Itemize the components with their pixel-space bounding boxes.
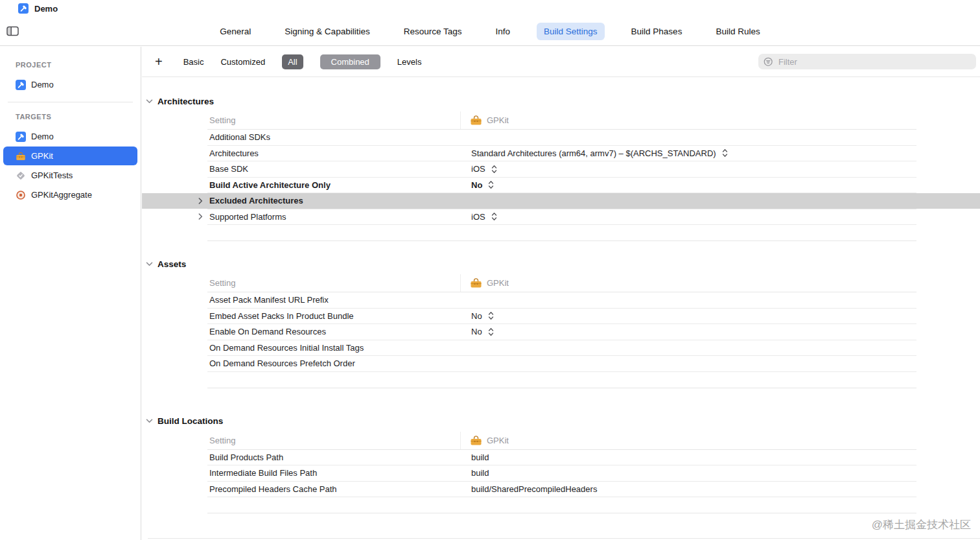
setting-value[interactable]: iOS (460, 212, 916, 222)
settings-row[interactable]: Embed Asset Packs In Product Bundle No (207, 309, 916, 325)
section-build-locations: Build Locations Setting GPKit Build Prod… (142, 414, 980, 514)
setting-name: Enable On Demand Resources (207, 327, 460, 336)
setting-value[interactable]: build (460, 468, 916, 478)
setting-value[interactable]: build (460, 452, 916, 462)
stepper-icon[interactable] (722, 148, 728, 158)
settings-row[interactable]: Asset Pack Manifest URL Prefix (207, 292, 916, 309)
build-settings-toolbar: + Basic Customized All Combined Levels (142, 47, 980, 77)
tab-signing-capabilities[interactable]: Signing & Capabilities (277, 23, 377, 40)
targets-section-header: TARGETS (0, 109, 141, 126)
settings-row[interactable]: Build Products Path build (207, 450, 916, 466)
project-app-icon (16, 80, 26, 90)
scope-all[interactable]: All (282, 54, 303, 69)
sidebar-item-project-demo[interactable]: Demo (3, 75, 137, 94)
setting-name: Additional SDKs (207, 132, 460, 142)
scope-basic[interactable]: Basic (183, 57, 204, 67)
settings-row[interactable]: Build Active Architecture Only No (207, 178, 916, 194)
setting-name: Architectures (207, 148, 460, 158)
stepper-icon[interactable] (488, 327, 494, 336)
table-header-row: Setting GPKit (207, 432, 916, 450)
section-header[interactable]: Assets (146, 257, 980, 271)
settings-row[interactable]: Base SDK iOS (207, 161, 916, 178)
framework-toolbox-icon (470, 435, 482, 446)
add-setting-button[interactable]: + (151, 55, 167, 68)
stepper-icon[interactable] (488, 311, 494, 320)
tab-resource-tags[interactable]: Resource Tags (397, 23, 469, 40)
settings-row-selected[interactable]: Excluded Architectures (207, 193, 916, 209)
test-bundle-icon (16, 170, 26, 181)
tab-build-settings[interactable]: Build Settings (537, 23, 605, 40)
filter-icon (764, 57, 773, 67)
chevron-right-icon[interactable] (198, 213, 203, 220)
chevron-down-icon (146, 99, 153, 104)
stepper-icon[interactable] (491, 165, 497, 174)
settings-row[interactable]: Additional SDKs (207, 130, 916, 146)
settings-row[interactable]: Architectures Standard Architectures (ar… (207, 146, 916, 162)
tab-build-phases[interactable]: Build Phases (624, 23, 690, 40)
tab-info[interactable]: Info (488, 23, 517, 40)
setting-name: Asset Pack Manifest URL Prefix (207, 295, 460, 305)
column-header-target-label: GPKit (487, 278, 509, 288)
setting-name: Precompiled Headers Cache Path (207, 484, 460, 494)
sidebar-item-target-demo[interactable]: Demo (3, 127, 137, 146)
stepper-icon[interactable] (488, 180, 494, 189)
tab-general[interactable]: General (213, 23, 258, 40)
setting-value[interactable]: No (460, 180, 916, 190)
setting-name: Embed Asset Packs In Product Bundle (207, 311, 460, 321)
chevron-right-icon[interactable] (198, 197, 203, 204)
sidebar-item-target-gpkitaggregate[interactable]: GPKitAggregate (3, 185, 137, 204)
column-header-setting: Setting (207, 436, 460, 445)
aggregate-target-icon (16, 190, 26, 200)
filter-input[interactable] (777, 56, 971, 67)
sidebar-item-target-gpkittests[interactable]: GPKitTests (3, 166, 137, 185)
setting-value[interactable]: iOS (460, 164, 916, 174)
section-header[interactable]: Architectures (146, 94, 980, 108)
settings-row[interactable]: Supported Platforms iOS (207, 209, 916, 226)
section-assets: Assets Setting GPKit Asset Pack Manifest… (142, 257, 980, 388)
build-settings-pane: + Basic Customized All Combined Levels A… (142, 47, 980, 540)
app-proxy-icon (18, 3, 29, 14)
section-title: Assets (158, 259, 186, 269)
tab-build-rules[interactable]: Build Rules (708, 23, 767, 40)
framework-toolbox-icon (470, 277, 482, 288)
view-levels[interactable]: Levels (397, 57, 422, 67)
settings-row[interactable]: Precompiled Headers Cache Path build/Sha… (207, 482, 916, 498)
scope-customized[interactable]: Customized (220, 57, 265, 67)
settings-row[interactable]: Enable On Demand Resources No (207, 324, 916, 340)
sidebar-item-label: Demo (31, 132, 54, 141)
setting-name: On Demand Resources Initial Install Tags (207, 343, 460, 353)
table-header-row: Setting GPKit (207, 112, 916, 130)
setting-name: Excluded Architectures (207, 196, 460, 205)
settings-table: Setting GPKit Build Products Path build … (207, 432, 916, 514)
table-footer-line (207, 513, 916, 513)
stepper-icon[interactable] (491, 212, 497, 221)
setting-name: On Demand Resources Prefetch Order (207, 358, 460, 368)
section-header[interactable]: Build Locations (146, 414, 980, 428)
setting-name: Build Products Path (207, 452, 460, 462)
window-titlebar: Demo (0, 0, 980, 17)
settings-row[interactable]: On Demand Resources Prefetch Order (207, 356, 916, 372)
sidebar-toggle-icon[interactable] (6, 26, 19, 38)
setting-value[interactable]: Standard Architectures (arm64, armv7) – … (460, 148, 916, 158)
setting-value[interactable]: build/SharedPrecompiledHeaders (460, 484, 916, 494)
setting-value[interactable]: No (460, 327, 916, 336)
watermark-text: @稀土掘金技术社区 (872, 517, 971, 532)
framework-toolbox-icon (16, 151, 26, 161)
sidebar-item-target-gpkit[interactable]: GPKit (3, 147, 137, 165)
setting-value[interactable]: No (460, 311, 916, 321)
window-title: Demo (34, 4, 58, 14)
settings-row[interactable]: Intermediate Build Files Path build (207, 465, 916, 482)
column-header-target: GPKit (460, 432, 916, 449)
sidebar-item-label: GPKit (31, 151, 53, 161)
sidebar-item-label: Demo (31, 80, 54, 89)
sidebar-item-label: GPKitAggregate (31, 190, 92, 200)
settings-row[interactable]: On Demand Resources Initial Install Tags (207, 340, 916, 357)
view-combined[interactable]: Combined (320, 54, 380, 69)
sidebar-item-label: GPKitTests (31, 170, 73, 180)
chevron-down-icon (146, 262, 153, 266)
project-sidebar: PROJECT Demo TARGETS Demo GPKit GPKitTes… (0, 47, 141, 540)
filter-field[interactable] (758, 54, 976, 69)
app-target-icon (16, 132, 26, 142)
setting-name: Supported Platforms (207, 212, 460, 222)
sidebar-divider (8, 102, 133, 102)
